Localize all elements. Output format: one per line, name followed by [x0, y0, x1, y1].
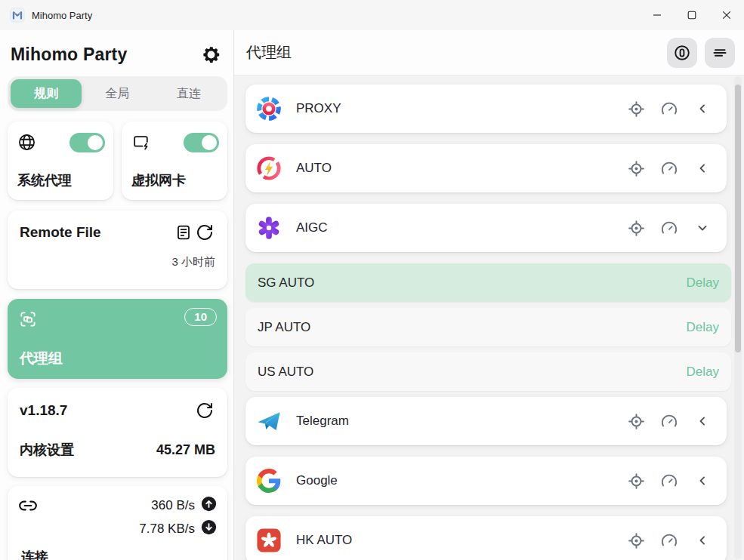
- main-header: 代理组: [234, 30, 744, 75]
- main-panel: 代理组 PROXYAUTOAIGCSG AUTODelayJP AUTODela…: [234, 30, 744, 560]
- tab-global-mode[interactable]: 全局: [82, 79, 153, 108]
- proxy-group-row[interactable]: HK AUTO: [245, 516, 727, 560]
- locate-node-icon[interactable]: [627, 472, 645, 490]
- proxy-group-name: Google: [296, 473, 627, 488]
- proxy-group-name: AIGC: [296, 220, 627, 235]
- globe-icon: [17, 133, 36, 155]
- tun-icon: [131, 133, 150, 155]
- tab-rule-mode[interactable]: 规则: [11, 79, 82, 108]
- tun-label: 虚拟网卡: [131, 171, 186, 189]
- proxy-wheel-icon: [256, 96, 282, 122]
- connections-label: 连接: [18, 548, 217, 560]
- system-proxy-label: 系统代理: [17, 171, 72, 189]
- toggle-knob: [88, 135, 103, 150]
- hk-flag-icon: [256, 528, 282, 553]
- outbound-mode-tabs: 规则 全局 直连: [8, 76, 227, 111]
- scrollbar-thumb[interactable]: [735, 85, 741, 352]
- delay-test-icon[interactable]: [660, 100, 678, 118]
- proxy-node-row[interactable]: JP AUTODelay: [245, 308, 731, 346]
- profile-updated-time: 3 小时前: [20, 255, 215, 269]
- locate-node-icon[interactable]: [627, 219, 645, 237]
- proxy-group-icon: [18, 318, 38, 331]
- update-profile-icon[interactable]: [194, 222, 215, 243]
- auto-bolt-icon: [256, 155, 282, 181]
- toggle-knob: [202, 135, 217, 150]
- delay-test-icon[interactable]: [660, 472, 678, 490]
- proxy-node-row[interactable]: SG AUTODelay: [245, 263, 731, 302]
- delay-test-icon[interactable]: [660, 531, 678, 549]
- titlebar: Mihomo Party: [0, 0, 744, 30]
- profile-card[interactable]: Remote File 3 小时前: [8, 211, 227, 289]
- delay-label[interactable]: Delay: [687, 275, 719, 291]
- chevron-left-icon[interactable]: [693, 412, 712, 430]
- proxy-group-list: PROXYAUTOAIGCSG AUTODelayJP AUTODelayUS …: [234, 75, 744, 560]
- chevron-left-icon[interactable]: [693, 159, 712, 177]
- proxy-groups-label: 代理组: [20, 349, 63, 368]
- app-brand-title: Mihomo Party: [11, 45, 127, 65]
- proxy-node-name: JP AUTO: [258, 320, 687, 335]
- proxy-node-name: US AUTO: [258, 365, 687, 380]
- download-speed: 7.78 KB/s: [139, 522, 195, 537]
- tab-direct-label: 直连: [177, 86, 201, 102]
- proxy-group-name: HK AUTO: [296, 533, 627, 548]
- locate-node-icon[interactable]: [627, 412, 645, 430]
- telegram-icon: [256, 408, 282, 434]
- proxy-group-row[interactable]: Telegram: [245, 397, 727, 445]
- proxy-group-row[interactable]: PROXY: [245, 85, 727, 133]
- upload-speed: 360 B/s: [151, 498, 195, 513]
- core-memory-usage: 45.27 MB: [156, 442, 215, 458]
- group-display-mode-button[interactable]: [705, 38, 735, 68]
- close-button[interactable]: [709, 0, 744, 30]
- chevron-left-icon[interactable]: [693, 472, 712, 490]
- group-count-badge: 10: [184, 308, 217, 326]
- delay-test-icon[interactable]: [660, 412, 678, 430]
- page-title: 代理组: [246, 42, 659, 63]
- proxy-group-row[interactable]: AUTO: [245, 144, 727, 192]
- tun-toggle[interactable]: [184, 133, 219, 152]
- core-settings-label: 内核设置: [20, 441, 74, 459]
- proxy-group-row[interactable]: AIGC: [245, 204, 727, 252]
- profile-title: Remote File: [20, 224, 173, 241]
- link-icon: [18, 496, 38, 539]
- edit-profile-icon[interactable]: [173, 222, 194, 243]
- google-icon: [256, 468, 282, 494]
- minimize-button[interactable]: [640, 0, 675, 30]
- sidebar-item-proxy-groups[interactable]: 10 代理组: [8, 299, 227, 379]
- tun-card[interactable]: 虚拟网卡: [122, 122, 227, 200]
- delay-test-icon[interactable]: [660, 219, 678, 237]
- proxy-node-name: SG AUTO: [258, 275, 687, 291]
- download-arrow-icon: [201, 519, 217, 539]
- tab-global-label: 全局: [105, 86, 129, 102]
- system-proxy-toggle[interactable]: [69, 133, 105, 152]
- proxy-group-name: AUTO: [296, 161, 627, 176]
- locate-node-icon[interactable]: [627, 159, 645, 177]
- window-title: Mihomo Party: [32, 10, 92, 21]
- settings-button[interactable]: [199, 42, 223, 66]
- proxy-node-row[interactable]: US AUTODelay: [245, 352, 731, 391]
- proxy-group-name: PROXY: [296, 101, 627, 116]
- core-settings-card[interactable]: v1.18.7 内核设置 45.27 MB: [8, 388, 227, 477]
- restart-core-icon[interactable]: [194, 400, 215, 421]
- sidebar: Mihomo Party 规则 全局 直连 系统代理: [0, 30, 234, 560]
- chevron-down-icon[interactable]: [693, 219, 712, 237]
- maximize-button[interactable]: [675, 0, 709, 30]
- delay-label[interactable]: Delay: [687, 365, 719, 380]
- upload-arrow-icon: [201, 496, 217, 515]
- locate-node-icon[interactable]: [627, 531, 645, 549]
- core-version: v1.18.7: [20, 402, 67, 419]
- connections-card[interactable]: 360 B/s 7.78 KB/s 连接: [8, 486, 227, 560]
- proxy-group-name: Telegram: [296, 414, 627, 429]
- delay-test-all-button[interactable]: [667, 38, 697, 68]
- mihomo-logo-icon: [10, 8, 25, 23]
- proxy-group-row[interactable]: Google: [245, 457, 727, 505]
- tab-rule-label: 规则: [34, 86, 58, 102]
- chevron-left-icon[interactable]: [693, 100, 712, 118]
- delay-test-icon[interactable]: [660, 159, 678, 177]
- openai-icon: [256, 215, 282, 241]
- locate-node-icon[interactable]: [627, 100, 645, 118]
- system-proxy-card[interactable]: 系统代理: [8, 122, 113, 200]
- chevron-left-icon[interactable]: [693, 531, 712, 549]
- delay-label[interactable]: Delay: [687, 320, 719, 335]
- tab-direct-mode[interactable]: 直连: [153, 79, 224, 108]
